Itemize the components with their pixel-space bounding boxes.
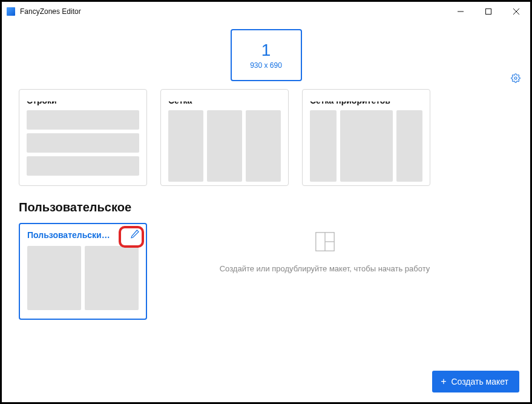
zone-cell <box>27 246 81 310</box>
close-button[interactable] <box>502 2 530 21</box>
minimize-button[interactable] <box>447 2 475 21</box>
window-title: FancyZones Editor <box>20 7 81 16</box>
zone-cell <box>85 246 139 310</box>
template-card-grid[interactable]: Сетка <box>160 89 289 186</box>
zone-cell <box>27 110 139 130</box>
monitor-card[interactable]: 1 930 x 690 <box>231 29 302 81</box>
zone-cell <box>340 110 393 182</box>
custom-preview <box>27 246 139 310</box>
maximize-button[interactable] <box>475 2 502 21</box>
zone-cell <box>310 110 337 182</box>
custom-row: Пользовательский... Создайте или продубл… <box>2 223 530 320</box>
svg-rect-1 <box>486 9 491 15</box>
layout-icon <box>314 230 337 253</box>
custom-section-title: Пользовательское <box>19 200 530 214</box>
create-layout-button[interactable]: + Создать макет <box>432 371 519 392</box>
monitor-index: 1 <box>261 41 271 60</box>
templates-row: Строки Сетка Сетка приоритетов <box>2 89 530 186</box>
template-preview <box>27 110 139 182</box>
template-title: Сетка <box>168 96 281 105</box>
empty-hint-text: Создайте или продублируйте макет, чтобы … <box>220 264 430 273</box>
edit-layout-button[interactable] <box>130 229 140 241</box>
template-preview <box>168 110 281 182</box>
custom-layout-title: Пользовательский... <box>27 230 112 240</box>
create-button-label: Создать макет <box>451 377 508 386</box>
header: 1 930 x 690 <box>2 21 530 89</box>
monitor-dims: 930 x 690 <box>250 61 282 70</box>
plus-icon: + <box>441 377 446 386</box>
template-title: Сетка приоритетов <box>310 96 422 105</box>
template-card-rows[interactable]: Строки <box>19 89 147 186</box>
zone-cell <box>396 110 423 182</box>
highlight-annotation <box>119 226 144 248</box>
zone-cell <box>27 156 139 176</box>
zone-cell <box>246 110 281 182</box>
template-title: Строки <box>27 96 139 105</box>
template-preview <box>310 110 422 182</box>
app-icon <box>7 7 15 16</box>
zone-cell <box>207 110 242 182</box>
svg-point-4 <box>514 77 517 79</box>
zone-cell <box>168 110 203 182</box>
custom-layout-card[interactable]: Пользовательский... <box>19 223 147 320</box>
zone-cell <box>27 133 139 153</box>
template-card-priority[interactable]: Сетка приоритетов <box>302 89 430 186</box>
empty-state: Создайте или продублируйте макет, чтобы … <box>160 223 513 273</box>
titlebar: FancyZones Editor <box>2 2 530 21</box>
settings-button[interactable] <box>511 73 521 85</box>
